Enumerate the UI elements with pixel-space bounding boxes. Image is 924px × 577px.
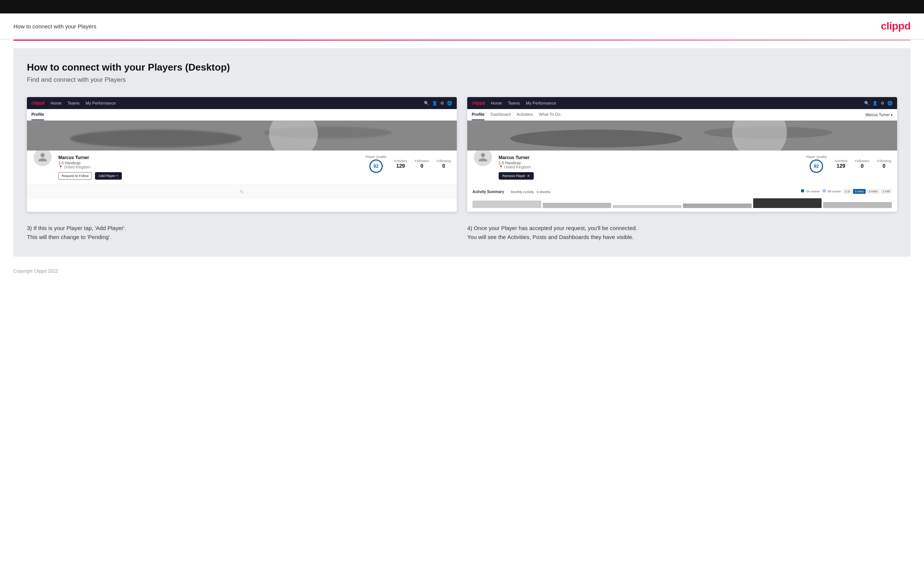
right-quality-label: Player Quality xyxy=(806,155,827,159)
right-nav-teams[interactable]: Teams xyxy=(508,101,520,105)
right-avatar-icon xyxy=(478,152,488,163)
left-nav-home[interactable]: Home xyxy=(50,101,61,105)
activity-chart xyxy=(472,198,892,208)
left-stat-following: Following 0 xyxy=(436,159,451,169)
breadcrumb: How to connect with your Players xyxy=(13,23,97,29)
chart-bar-4 xyxy=(683,203,752,208)
left-profile-name: Marcus Turner xyxy=(58,155,360,160)
right-nav-home[interactable]: Home xyxy=(491,101,502,105)
right-followers-label: Followers xyxy=(855,159,869,163)
tab-profile-left[interactable]: Profile xyxy=(31,109,44,120)
left-profile-content: Marcus Turner 1-5 Handicap 📍 United King… xyxy=(27,150,457,184)
left-quality-circle: 92 xyxy=(369,160,383,173)
right-user-icon[interactable]: 👤 xyxy=(872,101,878,106)
remove-player-button[interactable]: Remove Player ✕ xyxy=(499,172,534,180)
off-course-legend: Off course xyxy=(823,189,841,193)
left-profile-buttons: Request to Follow Add Player + xyxy=(58,172,360,180)
right-nav-logo: clippd xyxy=(472,100,485,106)
main-content: How to connect with your Players (Deskto… xyxy=(13,48,911,256)
right-profile-content: Marcus Turner 1-5 Handicap 📍 United King… xyxy=(467,150,897,184)
left-following-value: 0 xyxy=(442,163,445,169)
chart-bar-6 xyxy=(823,202,892,208)
right-globe-icon[interactable]: 🌐 xyxy=(887,101,893,106)
activity-legend: On course Off course xyxy=(801,189,841,193)
right-nav-icons: 🔍 👤 ⚙ 🌐 xyxy=(864,101,893,106)
chart-bar-5 xyxy=(753,198,822,208)
request-follow-button[interactable]: Request to Follow xyxy=(58,172,92,180)
page-header: How to connect with your Players clippd xyxy=(0,13,924,40)
activity-title-group: Activity Summary Monthly Activity · 6 Mo… xyxy=(472,188,551,195)
chart-bar-1 xyxy=(472,201,541,208)
time-3mths[interactable]: 3 mths xyxy=(867,189,880,194)
main-title: How to connect with your Players (Deskto… xyxy=(27,61,897,73)
right-tabs-left: Profile Dashboard Activities What To On xyxy=(472,109,560,120)
left-nav-teams[interactable]: Teams xyxy=(68,101,80,105)
user-dropdown[interactable]: Marcus Turner ▾ xyxy=(866,113,893,117)
search-icon[interactable]: 🔍 xyxy=(424,101,429,106)
screenshots-row: clippd Home Teams My Performance 🔍 👤 ⚙ 🌐… xyxy=(27,97,897,212)
left-quality-label: Player Quality xyxy=(365,155,386,159)
user-icon[interactable]: 👤 xyxy=(432,101,437,106)
left-mini-tabs: Profile xyxy=(27,109,457,121)
left-mini-nav: clippd Home Teams My Performance 🔍 👤 ⚙ 🌐 xyxy=(27,97,457,109)
left-nav-logo: clippd xyxy=(31,100,44,106)
clippd-logo: clippd xyxy=(881,20,911,32)
right-following-value: 0 xyxy=(882,163,885,169)
right-activities-label: Activities xyxy=(834,159,848,163)
right-quality-circle: 92 xyxy=(809,160,823,173)
time-1mth[interactable]: 1 mth xyxy=(880,189,892,194)
captions-row: 3) If this is your Player tap, 'Add Play… xyxy=(27,224,897,242)
right-nav-performance[interactable]: My Performance xyxy=(526,101,556,105)
main-subtitle: Find and connect with your Players xyxy=(27,76,897,84)
right-search-icon[interactable]: 🔍 xyxy=(864,101,869,106)
right-profile-stats: Player Quality 92 Activities 129 Followe… xyxy=(806,155,891,173)
left-screenshot-panel: clippd Home Teams My Performance 🔍 👤 ⚙ 🌐… xyxy=(27,97,457,212)
tab-activities[interactable]: Activities xyxy=(517,109,533,120)
right-stat-activities: Activities 129 xyxy=(834,159,848,169)
remove-x-icon: ✕ xyxy=(527,174,530,178)
chart-bar-3 xyxy=(613,205,682,208)
svg-point-3 xyxy=(269,121,318,150)
left-stat-followers: Followers 0 xyxy=(415,159,429,169)
right-profile-info: Marcus Turner 1-5 Handicap 📍 United King… xyxy=(499,155,800,180)
right-profile-handicap: 1-5 Handicap xyxy=(499,161,800,165)
right-mini-tabs: Profile Dashboard Activities What To On … xyxy=(467,109,897,121)
off-course-dot xyxy=(823,189,826,192)
chart-bar-2 xyxy=(543,203,612,208)
left-nav-performance[interactable]: My Performance xyxy=(86,101,116,105)
activity-subtitle: Monthly Activity · 6 Months xyxy=(510,190,551,194)
left-profile-banner xyxy=(27,121,457,150)
right-stat-following: Following 0 xyxy=(877,159,891,169)
right-profile-banner xyxy=(467,121,897,150)
svg-point-5 xyxy=(510,130,682,148)
activity-controls: On course Off course 1 yr 6 mths 3 mths xyxy=(801,189,892,194)
left-banner-img xyxy=(27,121,457,150)
time-6mths[interactable]: 6 mths xyxy=(853,189,866,194)
left-profile-location: 📍 United Kingdom xyxy=(58,165,360,169)
left-profile-stats: Player Quality 92 Activities 129 Followe… xyxy=(365,155,451,173)
left-player-quality: Player Quality 92 xyxy=(365,155,386,173)
settings-icon[interactable]: ⚙ xyxy=(440,101,444,106)
left-screenshot-bottom: ✎ xyxy=(27,184,457,199)
globe-icon[interactable]: 🌐 xyxy=(447,101,452,106)
tab-what-to-on[interactable]: What To On xyxy=(539,109,560,120)
right-followers-value: 0 xyxy=(861,163,864,169)
right-screenshot-panel: clippd Home Teams My Performance 🔍 👤 ⚙ 🌐… xyxy=(467,97,897,212)
time-1yr[interactable]: 1 yr xyxy=(843,189,852,194)
left-activities-label: Activities xyxy=(394,159,407,163)
copyright-text: Copyright Clippd 2022 xyxy=(13,269,58,274)
activity-title: Activity Summary xyxy=(472,190,504,194)
caption-3: 3) If this is your Player tap, 'Add Play… xyxy=(27,224,457,242)
right-settings-icon[interactable]: ⚙ xyxy=(880,101,884,106)
left-stat-activities: Activities 129 xyxy=(394,159,407,169)
right-following-label: Following xyxy=(877,159,891,163)
tab-profile-right[interactable]: Profile xyxy=(472,109,485,120)
time-buttons: 1 yr 6 mths 3 mths 1 mth xyxy=(843,189,892,194)
right-mini-nav: clippd Home Teams My Performance 🔍 👤 ⚙ 🌐 xyxy=(467,97,897,109)
tab-dashboard[interactable]: Dashboard xyxy=(490,109,510,120)
add-player-button[interactable]: Add Player + xyxy=(95,172,122,180)
header-divider xyxy=(13,40,911,41)
pencil-icon: ✎ xyxy=(240,189,244,195)
left-followers-value: 0 xyxy=(420,163,423,169)
right-banner-img xyxy=(467,121,897,150)
